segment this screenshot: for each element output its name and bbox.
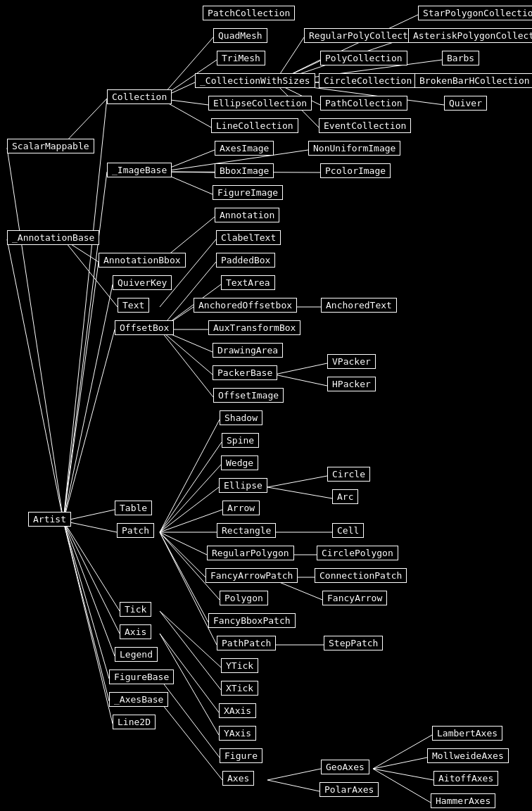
node-AnnotationBbox: AnnotationBbox	[99, 253, 186, 268]
node-Axes: Axes	[222, 771, 254, 786]
svg-line-31	[160, 329, 213, 397]
node-Figure: Figure	[220, 748, 262, 763]
svg-line-24	[160, 239, 216, 307]
svg-line-25	[160, 262, 216, 329]
svg-line-38	[7, 239, 63, 521]
node-PolyCollection: PolyCollection	[320, 51, 407, 65]
node-PathCollection: PathCollection	[320, 96, 407, 111]
svg-line-22	[63, 239, 118, 307]
svg-line-53	[160, 487, 219, 532]
node-TextArea: TextArea	[221, 275, 275, 290]
node-Arc: Arc	[332, 489, 358, 504]
svg-line-49	[63, 521, 113, 724]
node-Ellipse: Ellipse	[219, 478, 267, 493]
node-StepPatch: StepPatch	[324, 636, 383, 650]
node-MollweideAxes: MollweideAxes	[427, 748, 509, 763]
node-Quiver: Quiver	[444, 96, 487, 111]
node-XAxis: XAxis	[219, 703, 256, 718]
svg-line-30	[160, 329, 213, 375]
node-FancyBboxPatch: FancyBboxPatch	[208, 613, 296, 628]
svg-line-46	[63, 521, 115, 656]
svg-line-43	[63, 329, 115, 521]
node-ConnectionPatch: ConnectionPatch	[315, 568, 407, 583]
svg-line-42	[63, 284, 113, 521]
node-PackerBase: PackerBase	[213, 365, 277, 380]
node-ScalarMappable: ScalarMappable	[7, 139, 94, 153]
svg-line-50	[160, 420, 220, 532]
svg-line-56	[160, 532, 207, 555]
node-Artist: Artist	[28, 512, 71, 527]
svg-line-61	[267, 476, 327, 487]
node-HammerAxes: HammerAxes	[431, 793, 495, 808]
svg-line-36	[63, 99, 107, 521]
node-Cell: Cell	[332, 523, 364, 538]
node-HPacker: HPacker	[327, 377, 376, 391]
node-OffsetBox: OffsetBox	[115, 320, 174, 335]
svg-line-0	[63, 99, 107, 144]
node-AxesImage: AxesImage	[215, 141, 274, 156]
node-BboxImage: BboxImage	[215, 163, 274, 178]
node-PaddedBox: PaddedBox	[216, 253, 275, 268]
node-EventCollection: EventCollection	[319, 118, 411, 133]
node-Polygon: Polygon	[220, 591, 268, 605]
node-Line2D: Line2D	[113, 715, 156, 729]
svg-line-78	[373, 769, 433, 780]
node-FancyArrow: FancyArrow	[322, 591, 387, 605]
svg-line-76	[373, 735, 432, 769]
node-VPacker: VPacker	[327, 354, 376, 369]
node-Annotation: Annotation	[215, 208, 279, 222]
node-AuxTransformBox: AuxTransformBox	[208, 320, 300, 335]
node-LineCollection: LineCollection	[211, 118, 298, 133]
node-Patch: Patch	[117, 523, 154, 538]
svg-line-62	[267, 487, 332, 498]
node-EllipseCollection: EllipseCollection	[208, 96, 312, 111]
svg-line-51	[160, 442, 222, 532]
node-BrokenBarHCollection: BrokenBarHCollection	[414, 73, 532, 88]
svg-line-41	[63, 262, 99, 521]
node-PcolorImage: PcolorImage	[320, 163, 391, 178]
node-CirclePolygon: CirclePolygon	[317, 546, 398, 560]
node-AitoffAxes: AitoffAxes	[433, 771, 498, 786]
svg-line-58	[160, 532, 220, 600]
node-Collection: Collection	[107, 89, 172, 104]
svg-line-75	[267, 780, 319, 791]
node-YAxis: YAxis	[219, 726, 256, 741]
node-PatchCollection: PatchCollection	[203, 6, 295, 20]
node-Barbs: Barbs	[442, 51, 479, 65]
svg-line-73	[160, 701, 222, 780]
svg-line-54	[160, 510, 222, 532]
node-NonUniformImage: NonUniformImage	[308, 141, 400, 156]
node-FigureImage: FigureImage	[213, 185, 283, 200]
node-_CollectionWithSizes: _CollectionWithSizes	[195, 73, 315, 88]
svg-line-48	[63, 521, 109, 701]
svg-line-37	[63, 172, 107, 521]
node-Spine: Spine	[222, 433, 259, 448]
node-ClabelText: ClabelText	[216, 230, 281, 245]
svg-line-45	[63, 521, 120, 634]
node-_ImageBase: _ImageBase	[107, 163, 172, 177]
node-OffsetImage: OffsetImage	[213, 388, 284, 403]
svg-line-44	[63, 521, 120, 611]
svg-line-11	[274, 15, 418, 82]
node-Arrow: Arrow	[222, 501, 260, 515]
node-Legend: Legend	[115, 647, 158, 662]
node-LambertAxes: LambertAxes	[432, 726, 502, 741]
node-PathPatch: PathPatch	[217, 636, 276, 650]
svg-line-33	[274, 363, 327, 375]
node-YTick: YTick	[221, 658, 258, 673]
node-TriMesh: TriMesh	[217, 51, 265, 65]
node-FancyArrowPatch: FancyArrowPatch	[205, 568, 298, 583]
node-CircleCollection: CircleCollection	[319, 73, 417, 88]
svg-line-59	[160, 532, 208, 622]
node-_AxesBase: _AxesBase	[109, 692, 168, 707]
node-QuiverKey: QuiverKey	[113, 275, 172, 290]
node-Shadow: Shadow	[220, 410, 262, 425]
svg-line-72	[160, 679, 220, 757]
svg-line-79	[373, 769, 431, 803]
node-_AnnotationBase: _AnnotationBase	[7, 230, 99, 245]
svg-line-40	[63, 521, 117, 532]
svg-line-35	[7, 148, 63, 521]
node-GeoAxes: GeoAxes	[321, 760, 369, 774]
node-Rectangle: Rectangle	[217, 523, 276, 538]
node-StarPolygonCollection: StarPolygonCollection	[418, 6, 532, 20]
